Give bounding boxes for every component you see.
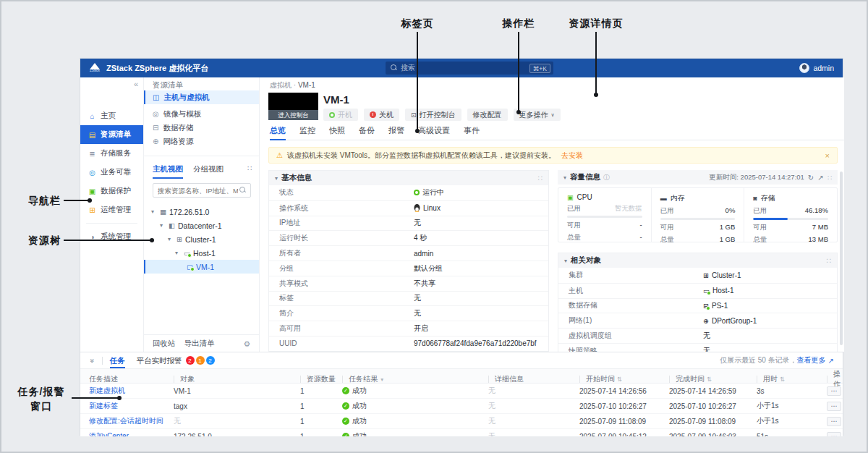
drag-handle-icon[interactable]: ∷ — [826, 256, 831, 265]
annotation-task-window-line2: 窗口 — [13, 399, 69, 413]
info-row-uuid: UUID 97d066778af24fda9e76a71d220be7bf — [269, 336, 548, 351]
task-link[interactable]: 添加vCenter — [89, 431, 174, 436]
task-link[interactable]: 修改配置:会话超时时间 — [89, 416, 174, 426]
sidebar-item-storage[interactable]: ≣ 存储服务 — [80, 144, 143, 163]
tree-node-vm[interactable]: ▢ VM-1 — [144, 260, 259, 274]
tree-node-cluster[interactable]: ▾ ⊞ Cluster-1 — [144, 232, 259, 246]
warning-alarm-badge[interactable]: 1 — [196, 356, 205, 365]
datastore-icon: ⊟ — [703, 302, 709, 310]
tab-tasks[interactable]: 任务 — [110, 352, 125, 368]
network-link[interactable]: ⊕DPortGroup-1 — [703, 317, 757, 325]
drag-handle-icon[interactable]: ∷ — [827, 174, 832, 182]
caret-down-icon[interactable]: ▾ — [275, 175, 278, 182]
tree-node-datacenter[interactable]: ▾ ◧ Datacenter-1 — [144, 219, 259, 232]
caret-down-icon[interactable]: ▾ — [175, 250, 181, 256]
success-icon: ✓ — [342, 433, 349, 436]
running-status-icon — [414, 190, 420, 195]
task-link[interactable]: 新建标签 — [89, 401, 174, 411]
task-link[interactable]: 新建虚拟机 — [89, 386, 174, 396]
datacenter-icon: ◧ — [169, 221, 175, 229]
modify-config-button[interactable]: 修改配置 — [467, 109, 508, 121]
sidebar-item-home[interactable]: ⌂ 主页 — [80, 106, 143, 125]
user-menu[interactable]: admin — [799, 59, 834, 77]
tree-search-input[interactable] — [153, 187, 238, 195]
open-console-button[interactable]: ⊡ 打开控制台 — [405, 109, 461, 121]
tab-events[interactable]: 事件 — [464, 125, 480, 140]
power-off-icon — [370, 111, 376, 118]
power-on-button[interactable]: 开机 — [323, 109, 358, 121]
related-objects-card: ▾ 相关对象 ∷ 集群 ⊞Cluster-1 主机 ▭Host-1 数据存储 ⊟… — [558, 253, 838, 352]
tab-platform-alarms[interactable]: 平台实时报警 — [137, 352, 182, 368]
info-row-ip: IP地址 无 — [269, 216, 548, 231]
sort-icon[interactable]: ⇅ — [780, 376, 785, 383]
sidebar-collapse-icon[interactable]: « — [134, 80, 138, 88]
collapse-panel-icon[interactable]: » — [88, 358, 96, 363]
export-list-link[interactable]: 导出清单 — [184, 339, 215, 349]
view-more-link[interactable]: 查看更多 — [797, 355, 826, 365]
layout-grid-icon[interactable]: ∷ — [247, 164, 252, 172]
refresh-icon[interactable]: ↻ — [808, 174, 814, 182]
critical-alarm-badge[interactable]: 2 — [186, 356, 195, 365]
sidebar-item-business[interactable]: ◎ 业务可靠 — [80, 163, 143, 182]
info-alarm-badge[interactable]: 2 — [206, 356, 215, 365]
global-search-input[interactable]: 搜索 ⌘+K — [386, 62, 553, 75]
row-actions-button[interactable]: ⋯ — [827, 386, 841, 396]
rpanel-item-host-vm[interactable]: ◫ 主机与虚拟机 — [144, 90, 259, 104]
host-icon: ▭ — [184, 249, 190, 257]
scrollbar[interactable] — [840, 172, 843, 345]
external-link-icon[interactable]: ↗ — [817, 174, 823, 182]
sort-icon[interactable]: ⇅ — [707, 376, 712, 383]
recycle-bin-link[interactable]: 回收站 — [153, 339, 176, 349]
tab-overview[interactable]: 总览 — [270, 125, 286, 140]
tab-monitor[interactable]: 监控 — [299, 125, 315, 140]
capacity-metrics: ▣CPU 已用暂无数据 可用- 总量- ▬内存 已用0% 可用1 GB 总量1 … — [558, 187, 838, 242]
close-icon[interactable]: × — [825, 151, 830, 160]
task-row-clipped: 添加vCenter 172.26.51.0 1 ✓成功 无 2025-07-09… — [80, 429, 843, 436]
tab-group-view[interactable]: 分组视图 — [193, 164, 224, 179]
rpanel-item-network[interactable]: ⊕ 网络资源 — [144, 135, 259, 148]
resource-panel: 资源清单 ◫ 主机与虚拟机 ◎ 镜像与模板 ⊟ 数据存储 ⊕ 网络资源 主机视图… — [144, 77, 260, 352]
tree-node-host[interactable]: ▾ ▭ Host-1 — [144, 246, 259, 260]
caret-down-icon[interactable]: ▾ — [564, 258, 567, 264]
row-actions-button[interactable]: ⋯ — [827, 417, 841, 426]
caret-down-icon[interactable]: ▾ — [151, 208, 157, 215]
sidebar-item-label: 主页 — [101, 111, 116, 121]
drag-handle-icon[interactable]: ∷ — [537, 174, 542, 182]
annotation-detail-page: 资源详情页 — [563, 17, 629, 30]
sort-icon[interactable]: ⇅ — [617, 376, 622, 383]
tree-node-label: Datacenter-1 — [178, 221, 222, 230]
sidebar-item-system[interactable]: ◑ 系统管理 — [80, 227, 143, 246]
annotation-line-action-bar — [518, 32, 519, 111]
tab-alarm[interactable]: 报警 — [388, 125, 404, 140]
tab-host-view[interactable]: 主机视图 — [153, 164, 183, 179]
rpanel-item-image-template[interactable]: ◎ 镜像与模板 — [144, 107, 259, 121]
info-row-uptime: 运行时长 4 秒 — [269, 230, 548, 245]
rpanel-item-datastore[interactable]: ⊟ 数据存储 — [144, 121, 259, 135]
tab-snapshot[interactable]: 快照 — [329, 125, 345, 140]
datastore-link[interactable]: ⊟PS-1 — [703, 302, 728, 310]
top-header: ZStack ZStack ZSphere 虚拟化平台 搜索 ⌘+K admin — [80, 59, 843, 77]
host-link[interactable]: ▭Host-1 — [703, 287, 733, 295]
install-link[interactable]: 去安装 — [561, 151, 583, 161]
vm-icon: ▢ — [187, 263, 193, 271]
caret-down-icon[interactable]: ▾ — [160, 222, 166, 229]
enter-console-button[interactable]: 进入控制台 — [268, 110, 318, 120]
breadcrumb-root[interactable]: 虚拟机 — [270, 81, 292, 89]
caret-down-icon[interactable]: ▾ — [563, 174, 566, 181]
external-link-icon[interactable]: ↗ — [828, 357, 834, 365]
tree-node-vcenter[interactable]: ▾ ▦ 172.26.51.0 — [144, 205, 259, 219]
caret-down-icon[interactable]: ▾ — [168, 236, 174, 242]
sidebar-item-resource-list[interactable]: ▤ 资源清单 — [80, 125, 143, 144]
row-actions-button[interactable]: ⋯ — [827, 402, 841, 411]
cluster-link[interactable]: ⊞Cluster-1 — [703, 271, 741, 279]
gear-icon[interactable]: ⚙ — [244, 339, 250, 348]
tab-backup[interactable]: 备份 — [359, 125, 375, 140]
console-screen — [268, 93, 318, 110]
storage-service-icon: ≣ — [88, 150, 96, 158]
resource-panel-title: 资源清单 — [153, 80, 183, 90]
tab-advanced[interactable]: 高级设置 — [418, 125, 450, 140]
sidebar-item-ops[interactable]: ⊞ 运维管理 — [80, 200, 143, 219]
row-actions-button[interactable]: ⋯ — [827, 432, 841, 437]
filter-icon[interactable]: ▼ — [380, 377, 384, 382]
power-off-button[interactable]: 关机 — [364, 109, 399, 121]
